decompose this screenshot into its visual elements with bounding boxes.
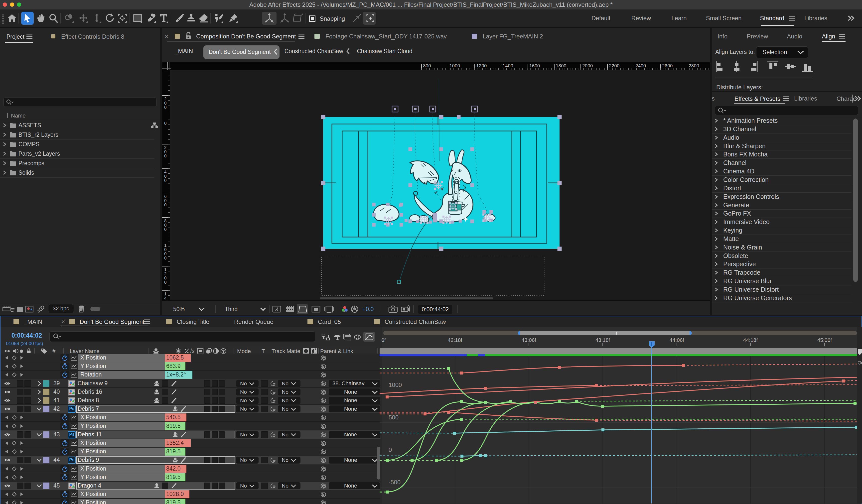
svg-text:0: 0 <box>164 227 167 232</box>
svg-text:0: 0 <box>164 121 167 126</box>
svg-text:0: 0 <box>164 256 167 261</box>
svg-text:0: 0 <box>389 446 392 453</box>
svg-text:1600: 1600 <box>529 63 540 68</box>
svg-text:1800: 1800 <box>556 63 566 68</box>
svg-text:4: 4 <box>164 296 167 300</box>
svg-text:1000: 1000 <box>449 63 460 68</box>
svg-text:1000: 1000 <box>389 382 402 388</box>
svg-text:0: 0 <box>164 178 167 183</box>
svg-text:1400: 1400 <box>502 63 513 68</box>
svg-text:2000: 2000 <box>582 63 593 68</box>
svg-text:0: 0 <box>164 203 167 207</box>
svg-text:800: 800 <box>423 63 431 68</box>
svg-text:2400: 2400 <box>636 63 646 68</box>
svg-text:2600: 2600 <box>662 63 672 68</box>
svg-text:2200: 2200 <box>609 63 619 68</box>
svg-text:0: 0 <box>164 280 167 285</box>
svg-text:-500: -500 <box>389 479 401 486</box>
svg-text:0: 0 <box>164 154 167 158</box>
svg-text:1200: 1200 <box>476 63 487 68</box>
svg-text:500: 500 <box>389 414 399 421</box>
svg-text:0: 0 <box>164 105 167 110</box>
svg-text:2800: 2800 <box>689 63 699 68</box>
